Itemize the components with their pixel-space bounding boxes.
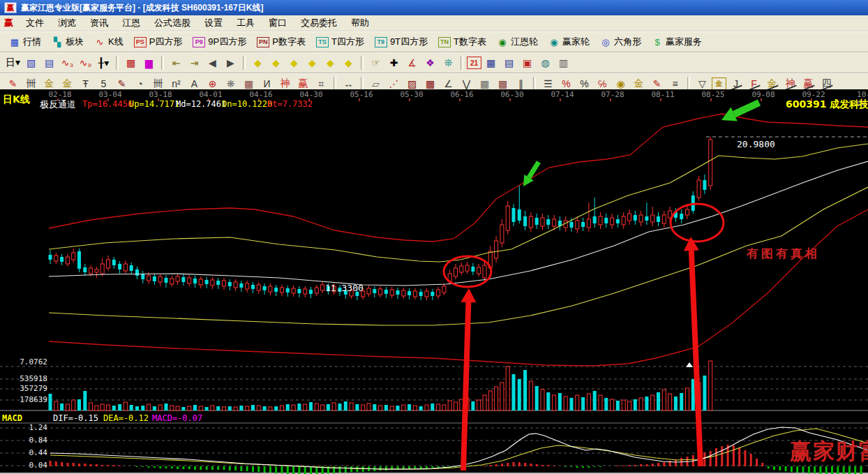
chart-3-icon[interactable]: ∿₃ — [59, 54, 76, 71]
gold-box-tool[interactable]: 金 — [712, 77, 726, 90]
prev-arrow-button[interactable]: ◀ — [204, 54, 221, 71]
analysis-tool-icon[interactable]: ❊ — [440, 54, 457, 71]
volume-scale-label: 357279 — [0, 384, 47, 393]
diamond-updown-button[interactable]: ◆ — [340, 54, 357, 71]
date-tick-label: 09-08 — [751, 90, 775, 99]
menu-item-江恩[interactable]: 江恩 — [115, 16, 147, 29]
p-square-button-icon: PS — [134, 37, 147, 47]
menu-item-设置[interactable]: 设置 — [197, 16, 230, 29]
crosshair-tool-icon[interactable]: ✚ — [385, 54, 403, 71]
sectors-button[interactable]: ▚板块 — [47, 34, 89, 50]
hand-tool-icon[interactable]: ☞ — [367, 54, 384, 71]
toolbar-separator — [533, 77, 536, 91]
single-candle-dropdown[interactable]: ╂▾ — [95, 54, 112, 71]
chart-9-icon[interactable]: ∿₉ — [77, 54, 94, 71]
diamond-cross-button[interactable]: ◆ — [322, 54, 339, 71]
title-bar: 赢 赢家江恩专业版[赢家服务平台] - [成发科技 SH600391-167日K… — [0, 0, 868, 15]
winner-service-button-label: 赢家服务 — [666, 36, 702, 48]
kline-button[interactable]: ∿K线 — [89, 34, 128, 50]
menu-item-公式选股[interactable]: 公式选股 — [147, 16, 197, 29]
p-square-button-label: P四方形 — [149, 36, 183, 48]
diamond-contract-button[interactable]: ◆ — [304, 54, 321, 71]
indicator-tp-value: Tp=16.4456 — [82, 99, 133, 109]
toolbar-separator — [361, 77, 364, 91]
p9-square-button[interactable]: P99P四方形 — [188, 34, 251, 50]
calendar-button[interactable]: 21 — [467, 57, 481, 69]
gann-tool-icon[interactable]: ❖ — [421, 54, 439, 71]
hexagon-button[interactable]: ◎六角形 — [595, 34, 646, 50]
hexagon-button-icon: ◎ — [600, 36, 611, 47]
menu-item-资讯[interactable]: 资讯 — [83, 16, 115, 29]
mid-price-annotation: 11.3300 — [325, 283, 364, 293]
info-document-icon[interactable]: ▤ — [40, 54, 58, 71]
period-label: 日K线 — [3, 94, 30, 106]
p-table-button[interactable]: PNP数字表 — [252, 34, 310, 50]
menu-item-交易委托[interactable]: 交易委托 — [294, 16, 344, 29]
chart-area[interactable]: 02-1803-0403-1804-0104-1604-3005-1605-30… — [0, 89, 868, 474]
web-export-button[interactable]: ◍ — [537, 54, 554, 71]
print-button[interactable]: ▥ — [555, 54, 572, 71]
flag-tool-icon[interactable]: ▩ — [122, 54, 140, 71]
winner-wheel-button-icon: ◉ — [548, 36, 560, 47]
diamond-left-button[interactable]: ◆ — [249, 54, 267, 71]
p-table-button-icon: PN — [257, 37, 269, 47]
date-tick-label: 03-04 — [98, 90, 121, 99]
date-tick-label: 08-11 — [651, 90, 674, 99]
gann-wheel-button-icon: ◉ — [497, 36, 508, 47]
winner-service-button[interactable]: $赢家服务 — [647, 34, 707, 50]
toolbar-separator — [687, 77, 690, 91]
macd-scale-label: 1.24 — [0, 423, 47, 432]
menu-item-工具[interactable]: 工具 — [230, 16, 262, 29]
diamond-right-button[interactable]: ◆ — [267, 54, 285, 71]
toolbar-separator — [461, 56, 463, 70]
last-page-button[interactable]: ⇥ — [186, 54, 203, 71]
menu-item-窗口[interactable]: 窗口 — [262, 16, 294, 29]
gann-wheel-button[interactable]: ◉江恩轮 — [492, 34, 543, 50]
sectors-button-label: 板块 — [66, 36, 84, 48]
macd-scale-label: 0.44 — [0, 448, 47, 457]
p-square-button[interactable]: PSP四方形 — [129, 34, 188, 50]
pattern-zoom-icon[interactable]: ▧ — [22, 54, 40, 71]
stock-code-name: 600391 成发科技 — [786, 98, 868, 111]
t-table-button-icon: TN — [438, 37, 451, 47]
high-price-annotation: 20.9800 — [737, 139, 775, 149]
angle-tool-icon[interactable]: ∡ — [403, 54, 421, 71]
notepad-button[interactable]: ▤ — [500, 54, 518, 71]
menu-items: 文件浏览资讯江恩公式选股设置工具窗口交易委托帮助 — [19, 17, 376, 29]
menu-item-浏览[interactable]: 浏览 — [51, 16, 83, 29]
date-tick-label: 04-01 — [199, 90, 222, 99]
date-tick-label: 05-16 — [350, 90, 373, 99]
volume-scale-label: 535918 — [0, 374, 47, 383]
first-page-button[interactable]: ⇤ — [167, 54, 185, 71]
t-table-button-label: T数字表 — [454, 36, 486, 48]
winner-wheel-button[interactable]: ◉赢家轮 — [544, 34, 594, 50]
indicator-up-value: Up=14.7171 — [129, 99, 179, 109]
diamond-expand-button[interactable]: ◆ — [285, 54, 303, 71]
t-square-button[interactable]: TST四方形 — [311, 34, 369, 50]
toolbar-separator — [361, 56, 364, 70]
color-histogram-icon[interactable]: ▆ — [140, 54, 158, 71]
date-tick-label: 08-25 — [701, 90, 724, 99]
calculator-button[interactable]: ▦ — [482, 54, 500, 71]
kline-button-label: K线 — [108, 36, 124, 48]
macd-dif-value: DIF=-0.15 — [53, 413, 98, 423]
quotes-button-label: 行情 — [23, 36, 41, 48]
t9-square-button[interactable]: T99T四方形 — [370, 34, 433, 50]
date-tick-label: 04-30 — [299, 90, 322, 99]
next-arrow-button[interactable]: ▶ — [222, 54, 239, 71]
p-table-button-label: P数字表 — [272, 36, 306, 48]
save-button[interactable]: ▣ — [518, 54, 536, 71]
toolbar-separator — [116, 56, 119, 70]
macd-scale-label: 0.04 — [0, 461, 47, 470]
t-square-button-label: T四方形 — [331, 36, 364, 48]
quotes-button[interactable]: ▦行情 — [4, 34, 46, 50]
p9-square-button-label: 9P四方形 — [208, 36, 246, 48]
date-tick-label: 03-18 — [149, 90, 172, 99]
indicator-dn-value: Dn=10.1220 — [222, 99, 272, 109]
kline-period-dropdown[interactable]: 日▾ — [4, 54, 22, 71]
toolbar-separator — [334, 77, 336, 91]
menu-item-文件[interactable]: 文件 — [19, 16, 51, 29]
toolbar-main: ▦行情▚板块∿K线PSP四方形P99P四方形PNP数字表TST四方形T99T四方… — [0, 31, 868, 52]
menu-item-帮助[interactable]: 帮助 — [344, 16, 376, 29]
t-table-button[interactable]: TNT数字表 — [433, 34, 491, 50]
